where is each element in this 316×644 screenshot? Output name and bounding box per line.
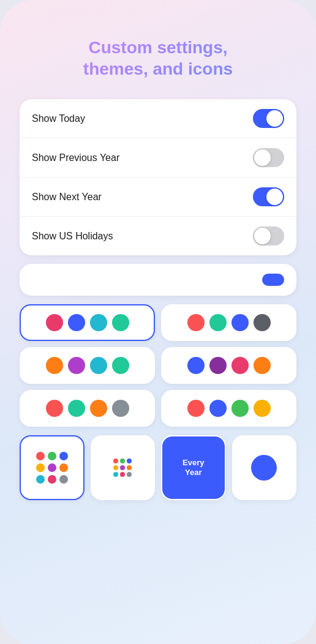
icon-option-icon-small-dots[interactable] [91, 435, 156, 500]
show-today-label: Show Today [32, 113, 85, 124]
blue-dot-icon [251, 455, 277, 481]
theme-2-dot-3 [231, 314, 249, 331]
setting-row-show-today: Show Today [20, 99, 296, 138]
colorful-dot-3 [59, 452, 68, 460]
small-dot-7 [113, 472, 118, 477]
page-title: Custom settings,themes, and icons [83, 37, 233, 80]
colorful-dot-6 [59, 463, 68, 472]
show-us-holidays-toggle[interactable] [253, 227, 284, 245]
theme-option-1[interactable] [20, 304, 155, 341]
themes-grid [20, 304, 296, 427]
colorful-dot-4 [36, 463, 45, 472]
theme-1-dot-4 [112, 314, 129, 331]
small-dot-2 [120, 459, 125, 463]
colorful-dot-1 [36, 452, 45, 460]
theme-4-dot-3 [231, 357, 249, 374]
theme-option-2[interactable] [161, 304, 296, 341]
theme-6-dot-3 [231, 400, 249, 417]
theme-option-6[interactable] [161, 390, 296, 427]
theme-1-dot-3 [90, 314, 107, 331]
icon-small-dots-grid [106, 451, 139, 484]
colorful-dot-5 [48, 463, 56, 472]
colorful-dot-2 [48, 452, 56, 460]
theme-5-dot-2 [68, 400, 85, 417]
theme-option-5[interactable] [20, 390, 155, 427]
show-next-year-toggle-knob [266, 189, 283, 205]
theme-6-dot-1 [187, 400, 205, 417]
icon-option-icon-blue-dot[interactable] [232, 435, 297, 500]
setting-row-show-us-holidays: Show US Holidays [20, 217, 296, 255]
small-dot-9 [127, 472, 132, 477]
setting-row-show-previous-year: Show Previous Year [20, 138, 296, 178]
show-today-toggle[interactable] [253, 109, 284, 128]
theme-4-dot-2 [209, 357, 227, 374]
icon-option-icon-every-year[interactable]: Every Year [161, 435, 226, 500]
theme-3-dot-2 [68, 357, 85, 374]
show-previous-year-label: Show Previous Year [32, 152, 119, 163]
show-us-holidays-toggle-knob [254, 228, 271, 244]
theme-2-dot-1 [187, 314, 205, 331]
show-us-holidays-label: Show US Holidays [32, 231, 113, 242]
setting-row-show-next-year: Show Next Year [20, 178, 296, 217]
colorful-dot-7 [36, 475, 45, 484]
theme-3-dot-1 [46, 357, 63, 374]
notification-time-button[interactable] [262, 274, 284, 286]
colorful-dot-9 [59, 475, 68, 484]
theme-6-dot-2 [209, 400, 227, 417]
theme-option-4[interactable] [161, 347, 296, 384]
theme-5-dot-4 [112, 400, 129, 417]
notification-row [20, 264, 296, 296]
show-next-year-label: Show Next Year [32, 192, 102, 203]
theme-1-dot-1 [46, 314, 63, 331]
theme-1-dot-2 [68, 314, 85, 331]
theme-5-dot-3 [90, 400, 107, 417]
small-dot-1 [113, 459, 118, 463]
theme-3-dot-3 [90, 357, 107, 374]
small-dot-5 [120, 465, 125, 470]
theme-2-dot-2 [209, 314, 227, 331]
show-next-year-toggle[interactable] [253, 187, 284, 206]
small-dot-8 [120, 472, 125, 477]
theme-2-dot-4 [254, 314, 271, 331]
small-dot-6 [127, 465, 132, 470]
theme-4-dot-1 [187, 357, 205, 374]
icons-grid: Every Year [20, 435, 296, 500]
show-previous-year-toggle[interactable] [253, 148, 284, 167]
icon-option-icon-colorful-dots[interactable] [20, 435, 85, 500]
every-year-label: Every Year [162, 436, 225, 499]
icon-colorful-dots-grid [30, 446, 74, 490]
theme-3-dot-4 [112, 357, 129, 374]
small-dot-3 [127, 459, 132, 463]
show-today-toggle-knob [266, 110, 283, 127]
theme-5-dot-1 [46, 400, 63, 417]
small-dot-4 [113, 465, 118, 470]
settings-card: Show TodayShow Previous YearShow Next Ye… [20, 99, 296, 255]
theme-option-3[interactable] [20, 347, 155, 384]
colorful-dot-8 [48, 475, 56, 484]
theme-4-dot-4 [254, 357, 271, 374]
phone-frame: Custom settings,themes, and icons Show T… [0, 0, 316, 644]
theme-6-dot-4 [254, 400, 271, 417]
show-previous-year-toggle-knob [254, 149, 271, 166]
notification-card [20, 264, 296, 296]
